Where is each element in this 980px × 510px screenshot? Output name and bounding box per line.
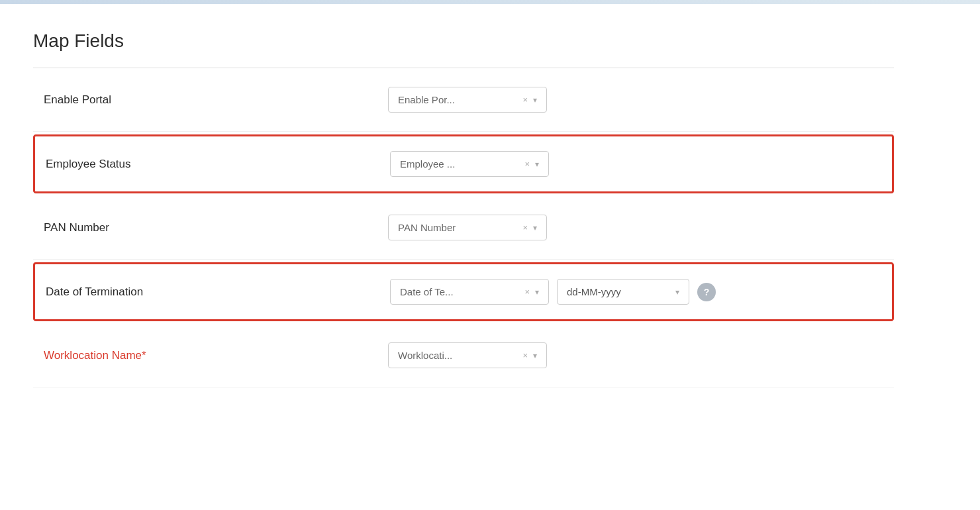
field-label-worklocation_name: Worklocation Name* (44, 349, 388, 362)
dropdown-text-enable_portal: Enable Por... (398, 94, 517, 105)
field-controls-date_of_termination: Date of Te...×▾dd-MM-yyyy▾? (390, 279, 716, 305)
dropdown-clear-enable_portal[interactable]: × (522, 95, 528, 105)
field-controls-worklocation_name: Worklocati...×▾ (388, 342, 547, 368)
field-row-worklocation_name: Worklocation Name*Worklocati...×▾ (33, 324, 894, 387)
dropdown-arrow-worklocation_name[interactable]: ▾ (533, 351, 537, 360)
date-format-arrow-date_of_termination[interactable]: ▾ (675, 287, 679, 297)
dropdown-clear-worklocation_name[interactable]: × (522, 350, 528, 360)
dropdown-enable_portal[interactable]: Enable Por...×▾ (388, 87, 547, 113)
dropdown-worklocation_name[interactable]: Worklocati...×▾ (388, 342, 547, 368)
dropdown-clear-pan_number[interactable]: × (522, 223, 528, 232)
fields-container: Enable PortalEnable Por...×▾Employee Sta… (33, 68, 894, 387)
field-row-enable_portal: Enable PortalEnable Por...×▾ (33, 68, 894, 132)
dropdown-text-worklocation_name: Worklocati... (398, 350, 517, 361)
field-label-enable_portal: Enable Portal (44, 93, 388, 107)
dropdown-text-pan_number: PAN Number (398, 222, 517, 233)
field-row-date_of_termination: Date of TerminationDate of Te...×▾dd-MM-… (33, 262, 894, 321)
field-label-date_of_termination: Date of Termination (46, 285, 390, 299)
field-controls-enable_portal: Enable Por...×▾ (388, 87, 547, 113)
dropdown-arrow-employee_status[interactable]: ▾ (535, 160, 539, 169)
dropdown-arrow-pan_number[interactable]: ▾ (533, 223, 537, 232)
page-container: Map Fields Enable PortalEnable Por...×▾E… (0, 4, 927, 414)
field-label-employee_status: Employee Status (46, 158, 390, 171)
dropdown-employee_status[interactable]: Employee ...×▾ (390, 151, 549, 177)
page-title: Map Fields (33, 30, 894, 52)
dropdown-arrow-date_of_termination[interactable]: ▾ (535, 287, 539, 297)
dropdown-arrow-enable_portal[interactable]: ▾ (533, 95, 537, 105)
dropdown-pan_number[interactable]: PAN Number×▾ (388, 215, 547, 240)
date-format-dropdown-date_of_termination[interactable]: dd-MM-yyyy▾ (557, 279, 689, 305)
field-label-pan_number: PAN Number (44, 221, 388, 234)
field-controls-employee_status: Employee ...×▾ (390, 151, 549, 177)
date-format-text-date_of_termination: dd-MM-yyyy (567, 286, 670, 297)
help-icon-date_of_termination[interactable]: ? (697, 283, 716, 301)
field-row-employee_status: Employee StatusEmployee ...×▾ (33, 134, 894, 193)
dropdown-date_of_termination[interactable]: Date of Te...×▾ (390, 279, 549, 305)
field-controls-pan_number: PAN Number×▾ (388, 215, 547, 240)
field-row-pan_number: PAN NumberPAN Number×▾ (33, 196, 894, 260)
dropdown-clear-employee_status[interactable]: × (524, 159, 530, 169)
dropdown-clear-date_of_termination[interactable]: × (524, 287, 530, 297)
dropdown-text-employee_status: Employee ... (400, 158, 519, 170)
dropdown-text-date_of_termination: Date of Te... (400, 286, 519, 297)
